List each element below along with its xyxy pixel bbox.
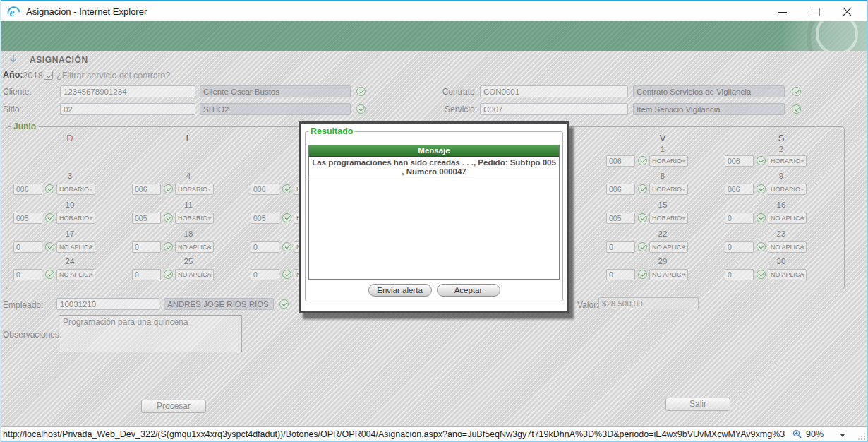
servicio-validate-icon[interactable]	[792, 104, 801, 114]
calendar-hours-input[interactable]	[725, 241, 754, 253]
calendar-hours-input[interactable]	[132, 213, 161, 224]
calendar-hours-input[interactable]	[725, 155, 754, 167]
filter-checkbox-label: ¿Filtrar servicio del contrato?	[56, 71, 170, 80]
calendar-hours-input[interactable]	[132, 241, 161, 253]
calendar-day-number: 9	[760, 172, 802, 180]
calendar-validate-icon[interactable]	[45, 242, 54, 251]
calendar-validate-icon[interactable]	[757, 156, 766, 165]
calendar-hours-input[interactable]	[251, 184, 279, 195]
calendar-hours-input[interactable]	[13, 184, 42, 195]
servicio-code-input[interactable]	[480, 103, 628, 115]
calendar-day-number: 30	[760, 257, 802, 265]
calendar-validate-icon[interactable]	[45, 270, 54, 279]
calendar-validate-icon[interactable]	[282, 213, 291, 222]
cliente-code-input[interactable]	[60, 85, 195, 97]
window-title: Asignacion - Internet Explorer	[26, 6, 147, 17]
calendar-validate-icon[interactable]	[757, 270, 766, 279]
contrato-validate-icon[interactable]	[792, 87, 801, 96]
calendar-day-number: 16	[760, 201, 802, 209]
calendar-validate-icon[interactable]	[282, 242, 291, 251]
calendar-type-select[interactable]: HORARIO	[768, 184, 807, 195]
calendar-validate-icon[interactable]	[282, 270, 291, 279]
calendar-hours-input[interactable]	[725, 184, 754, 195]
close-button[interactable]	[831, 1, 864, 21]
calendar-hours-input[interactable]	[13, 269, 42, 280]
calendar-day-number: 2	[760, 145, 802, 153]
calendar-type-select[interactable]: HORARIO	[175, 213, 214, 224]
calendar-type-select[interactable]: NO APLICA	[175, 241, 214, 253]
calendar-validate-icon[interactable]	[757, 242, 766, 251]
calendar-hours-input[interactable]	[606, 184, 635, 195]
calendar-type-select[interactable]: HORARIO	[175, 184, 214, 195]
calendar-type-select[interactable]: HORARIO	[56, 184, 95, 195]
calendar-type-select[interactable]: NO APLICA	[649, 241, 688, 253]
sitio-label: Sitio:	[3, 104, 22, 114]
calendar-type-select[interactable]: HORARIO	[768, 155, 807, 167]
calendar-type-select[interactable]: HORARIO	[649, 155, 688, 167]
calendar-validate-icon[interactable]	[45, 184, 54, 193]
sitio-code-input[interactable]	[60, 103, 195, 115]
empleado-code-input[interactable]	[56, 298, 159, 310]
calendar-hours-input[interactable]	[606, 155, 635, 167]
zoom-dropdown-caret-icon[interactable]	[840, 434, 845, 437]
filter-checkbox[interactable]	[44, 71, 53, 80]
calendar-hours-input[interactable]	[132, 269, 161, 280]
calendar-validate-icon[interactable]	[638, 270, 647, 279]
calendar-type-select[interactable]: HORARIO	[56, 213, 95, 224]
calendar-type-select[interactable]: NO APLICA	[768, 269, 807, 280]
calendar-hours-input[interactable]	[13, 241, 42, 253]
calendar-type-select[interactable]: NO APLICA	[56, 269, 95, 280]
minimize-button[interactable]	[766, 1, 799, 21]
procesar-button[interactable]: Procesar	[141, 400, 206, 413]
status-url: http://localhost/Privada_Web_Dev_322/(S(…	[3, 429, 785, 439]
calendar-validate-icon[interactable]	[757, 213, 766, 222]
calendar-type-select[interactable]: HORARIO	[649, 184, 688, 195]
calendar-validate-icon[interactable]	[638, 242, 647, 251]
calendar-type-select[interactable]: HORARIO	[649, 213, 688, 224]
calendar-validate-icon[interactable]	[638, 184, 647, 193]
calendar-hours-input[interactable]	[606, 241, 635, 253]
calendar-hours-input[interactable]	[725, 269, 754, 280]
calendar-validate-icon[interactable]	[638, 213, 647, 222]
calendar-hours-input[interactable]	[251, 269, 279, 280]
calendar-hours-input[interactable]	[725, 213, 754, 224]
sitio-validate-icon[interactable]	[356, 104, 366, 114]
cliente-validate-icon[interactable]	[356, 87, 366, 96]
calendar-validate-icon[interactable]	[282, 184, 291, 193]
svg-text:e: e	[10, 6, 15, 18]
empleado-validate-icon[interactable]	[279, 299, 289, 309]
calendar-hours-input[interactable]	[606, 213, 635, 224]
calendar-hours-input[interactable]	[251, 213, 279, 224]
calendar-day-number: 18	[167, 229, 210, 238]
calendar-hours-input[interactable]	[606, 269, 635, 280]
observaciones-textarea[interactable]: Programación para una quincena	[59, 315, 242, 352]
aceptar-button[interactable]: Aceptar	[437, 284, 500, 297]
app-header-banner: Ejecución de procesos OPR - Operaciones	[0, 21, 868, 52]
calendar-validate-icon[interactable]	[164, 242, 173, 251]
collapse-arrow-icon[interactable]	[9, 54, 18, 64]
calendar-validate-icon[interactable]	[45, 213, 54, 222]
calendar-validate-icon[interactable]	[638, 156, 647, 165]
enviar-alerta-button[interactable]: Enviar alerta	[368, 284, 432, 297]
maximize-button[interactable]	[799, 1, 831, 21]
contrato-code-input[interactable]	[480, 85, 628, 97]
calendar-type-select[interactable]: NO APLICA	[175, 269, 214, 280]
calendar-type-select[interactable]: NO APLICA	[768, 213, 807, 224]
resultado-fieldset: Resultado Mensaje Las programaciones han…	[305, 126, 563, 301]
calendar-hours-input[interactable]	[132, 184, 161, 195]
calendar-type-select[interactable]: NO APLICA	[649, 269, 688, 280]
section-title: ASIGNACIÓN	[30, 55, 88, 65]
resize-grip[interactable]	[858, 433, 865, 440]
calendar-day-number: 3	[49, 172, 91, 180]
calendar-validate-icon[interactable]	[757, 184, 766, 193]
calendar-validate-icon[interactable]	[164, 184, 173, 193]
calendar-type-select[interactable]: NO APLICA	[56, 241, 95, 253]
salir-button[interactable]: Salir	[665, 398, 730, 411]
window-edge	[0, 0, 1, 442]
calendar-hours-input[interactable]	[13, 213, 42, 224]
mensaje-table-header: Mensaje	[309, 145, 559, 157]
calendar-validate-icon[interactable]	[164, 213, 173, 222]
calendar-hours-input[interactable]	[251, 241, 279, 253]
calendar-validate-icon[interactable]	[164, 270, 173, 279]
calendar-type-select[interactable]: NO APLICA	[768, 241, 807, 253]
